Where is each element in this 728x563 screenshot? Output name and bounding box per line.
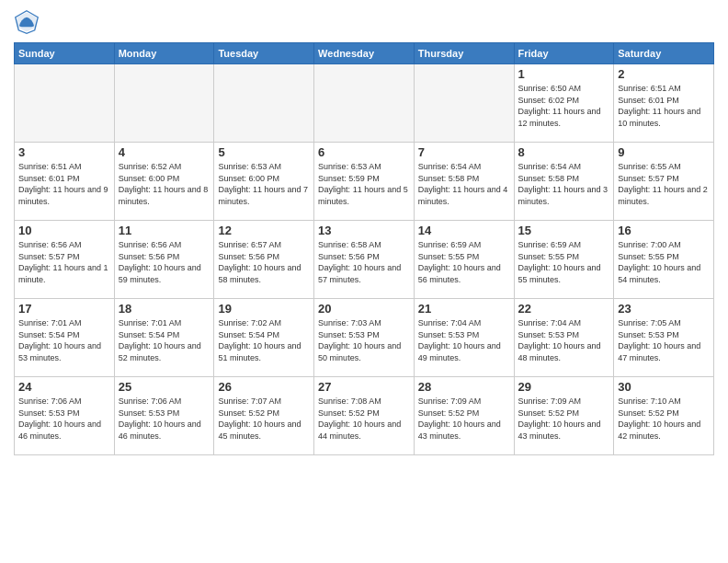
calendar-cell: 27 Sunrise: 7:08 AMSunset: 5:52 PMDaylig… <box>314 377 415 455</box>
weekday-header-saturday: Saturday <box>614 43 714 64</box>
calendar-cell: 19 Sunrise: 7:02 AMSunset: 5:54 PMDaylig… <box>214 299 314 377</box>
day-number: 11 <box>119 224 210 237</box>
day-number: 19 <box>218 302 310 316</box>
week-row-3: 17 Sunrise: 7:01 AMSunset: 5:54 PMDaylig… <box>15 299 714 377</box>
day-info: Sunrise: 6:59 AMSunset: 5:55 PMDaylight:… <box>418 239 510 285</box>
calendar-table: SundayMondayTuesdayWednesdayThursdayFrid… <box>14 42 714 455</box>
calendar-cell: 28 Sunrise: 7:09 AMSunset: 5:52 PMDaylig… <box>414 377 514 455</box>
day-number: 25 <box>119 380 210 394</box>
day-info: Sunrise: 6:50 AMSunset: 6:02 PMDaylight:… <box>518 83 610 129</box>
day-number: 17 <box>18 302 110 316</box>
day-number: 16 <box>618 224 710 237</box>
calendar-cell: 9 Sunrise: 6:55 AMSunset: 5:57 PMDayligh… <box>614 143 714 221</box>
day-info: Sunrise: 7:05 AMSunset: 5:53 PMDaylight:… <box>618 317 710 363</box>
weekday-header-friday: Friday <box>514 43 614 64</box>
weekday-header-wednesday: Wednesday <box>314 43 415 64</box>
calendar-cell: 6 Sunrise: 6:53 AMSunset: 5:59 PMDayligh… <box>314 143 415 221</box>
day-number: 15 <box>518 224 610 237</box>
weekday-header-monday: Monday <box>114 43 214 64</box>
day-info: Sunrise: 6:52 AMSunset: 6:00 PMDaylight:… <box>119 161 210 207</box>
day-info: Sunrise: 7:08 AMSunset: 5:52 PMDaylight:… <box>318 396 410 442</box>
week-row-0: 1 Sunrise: 6:50 AMSunset: 6:02 PMDayligh… <box>15 64 714 143</box>
calendar-cell: 15 Sunrise: 6:59 AMSunset: 5:55 PMDaylig… <box>514 221 614 299</box>
day-info: Sunrise: 6:56 AMSunset: 5:56 PMDaylight:… <box>119 239 210 285</box>
day-info: Sunrise: 7:06 AMSunset: 5:53 PMDaylight:… <box>119 396 210 442</box>
day-info: Sunrise: 6:54 AMSunset: 5:58 PMDaylight:… <box>418 161 510 207</box>
calendar-cell: 17 Sunrise: 7:01 AMSunset: 5:54 PMDaylig… <box>15 299 115 377</box>
day-number: 22 <box>518 302 610 316</box>
day-number: 7 <box>418 145 510 159</box>
weekday-header-tuesday: Tuesday <box>214 43 314 64</box>
day-number: 12 <box>218 224 310 237</box>
calendar-cell <box>314 64 415 143</box>
calendar-cell: 18 Sunrise: 7:01 AMSunset: 5:54 PMDaylig… <box>114 299 214 377</box>
day-number: 3 <box>18 145 110 159</box>
day-info: Sunrise: 7:07 AMSunset: 5:52 PMDaylight:… <box>218 396 310 442</box>
day-number: 10 <box>18 224 110 237</box>
day-number: 29 <box>518 380 610 394</box>
calendar-cell: 8 Sunrise: 6:54 AMSunset: 5:58 PMDayligh… <box>514 143 614 221</box>
calendar-cell: 5 Sunrise: 6:53 AMSunset: 6:00 PMDayligh… <box>214 143 314 221</box>
day-info: Sunrise: 7:00 AMSunset: 5:55 PMDaylight:… <box>618 239 710 285</box>
calendar-cell: 12 Sunrise: 6:57 AMSunset: 5:56 PMDaylig… <box>214 221 314 299</box>
day-number: 2 <box>618 67 710 81</box>
calendar-cell: 25 Sunrise: 7:06 AMSunset: 5:53 PMDaylig… <box>114 377 214 455</box>
calendar-cell: 23 Sunrise: 7:05 AMSunset: 5:53 PMDaylig… <box>614 299 714 377</box>
day-info: Sunrise: 6:53 AMSunset: 6:00 PMDaylight:… <box>218 161 310 207</box>
calendar-cell: 16 Sunrise: 7:00 AMSunset: 5:55 PMDaylig… <box>614 221 714 299</box>
calendar-cell: 13 Sunrise: 6:58 AMSunset: 5:56 PMDaylig… <box>314 221 415 299</box>
day-info: Sunrise: 6:58 AMSunset: 5:56 PMDaylight:… <box>318 239 410 285</box>
calendar-cell <box>15 64 115 143</box>
day-number: 27 <box>318 380 410 394</box>
calendar-cell: 24 Sunrise: 7:06 AMSunset: 5:53 PMDaylig… <box>15 377 115 455</box>
day-info: Sunrise: 6:55 AMSunset: 5:57 PMDaylight:… <box>618 161 710 207</box>
day-info: Sunrise: 6:51 AMSunset: 6:01 PMDaylight:… <box>18 161 110 207</box>
day-info: Sunrise: 7:06 AMSunset: 5:53 PMDaylight:… <box>18 396 110 442</box>
calendar-cell: 21 Sunrise: 7:04 AMSunset: 5:53 PMDaylig… <box>414 299 514 377</box>
logo <box>14 9 43 35</box>
day-info: Sunrise: 6:59 AMSunset: 5:55 PMDaylight:… <box>518 239 610 285</box>
weekday-header-thursday: Thursday <box>414 43 514 64</box>
calendar-cell <box>414 64 514 143</box>
day-info: Sunrise: 7:04 AMSunset: 5:53 PMDaylight:… <box>418 317 510 363</box>
day-number: 4 <box>119 145 210 159</box>
calendar-cell: 2 Sunrise: 6:51 AMSunset: 6:01 PMDayligh… <box>614 64 714 143</box>
day-info: Sunrise: 7:09 AMSunset: 5:52 PMDaylight:… <box>418 396 510 442</box>
day-info: Sunrise: 7:01 AMSunset: 5:54 PMDaylight:… <box>18 317 110 363</box>
day-info: Sunrise: 6:53 AMSunset: 5:59 PMDaylight:… <box>318 161 410 207</box>
day-number: 6 <box>318 145 410 159</box>
calendar-cell: 14 Sunrise: 6:59 AMSunset: 5:55 PMDaylig… <box>414 221 514 299</box>
day-info: Sunrise: 7:10 AMSunset: 5:52 PMDaylight:… <box>618 396 710 442</box>
calendar-cell: 4 Sunrise: 6:52 AMSunset: 6:00 PMDayligh… <box>114 143 214 221</box>
calendar-cell: 26 Sunrise: 7:07 AMSunset: 5:52 PMDaylig… <box>214 377 314 455</box>
week-row-4: 24 Sunrise: 7:06 AMSunset: 5:53 PMDaylig… <box>15 377 714 455</box>
calendar-cell <box>114 64 214 143</box>
week-row-2: 10 Sunrise: 6:56 AMSunset: 5:57 PMDaylig… <box>15 221 714 299</box>
day-info: Sunrise: 7:02 AMSunset: 5:54 PMDaylight:… <box>218 317 310 363</box>
calendar-cell: 10 Sunrise: 6:56 AMSunset: 5:57 PMDaylig… <box>15 221 115 299</box>
day-info: Sunrise: 6:57 AMSunset: 5:56 PMDaylight:… <box>218 239 310 285</box>
day-number: 1 <box>518 67 610 81</box>
calendar-cell: 30 Sunrise: 7:10 AMSunset: 5:52 PMDaylig… <box>614 377 714 455</box>
day-number: 30 <box>618 380 710 394</box>
day-number: 23 <box>618 302 710 316</box>
calendar-cell: 11 Sunrise: 6:56 AMSunset: 5:56 PMDaylig… <box>114 221 214 299</box>
day-number: 20 <box>318 302 410 316</box>
calendar-cell: 7 Sunrise: 6:54 AMSunset: 5:58 PMDayligh… <box>414 143 514 221</box>
calendar-cell <box>214 64 314 143</box>
weekday-header-row: SundayMondayTuesdayWednesdayThursdayFrid… <box>15 43 714 64</box>
day-number: 28 <box>418 380 510 394</box>
day-number: 9 <box>618 145 710 159</box>
day-info: Sunrise: 7:09 AMSunset: 5:52 PMDaylight:… <box>518 396 610 442</box>
day-number: 8 <box>518 145 610 159</box>
week-row-1: 3 Sunrise: 6:51 AMSunset: 6:01 PMDayligh… <box>15 143 714 221</box>
calendar-cell: 22 Sunrise: 7:04 AMSunset: 5:53 PMDaylig… <box>514 299 614 377</box>
header-area <box>14 9 714 35</box>
logo-icon <box>14 9 40 35</box>
calendar-cell: 20 Sunrise: 7:03 AMSunset: 5:53 PMDaylig… <box>314 299 415 377</box>
day-number: 5 <box>218 145 310 159</box>
day-info: Sunrise: 6:56 AMSunset: 5:57 PMDaylight:… <box>18 239 110 285</box>
main-container: SundayMondayTuesdayWednesdayThursdayFrid… <box>0 0 728 465</box>
day-info: Sunrise: 7:03 AMSunset: 5:53 PMDaylight:… <box>318 317 410 363</box>
day-info: Sunrise: 7:01 AMSunset: 5:54 PMDaylight:… <box>119 317 210 363</box>
